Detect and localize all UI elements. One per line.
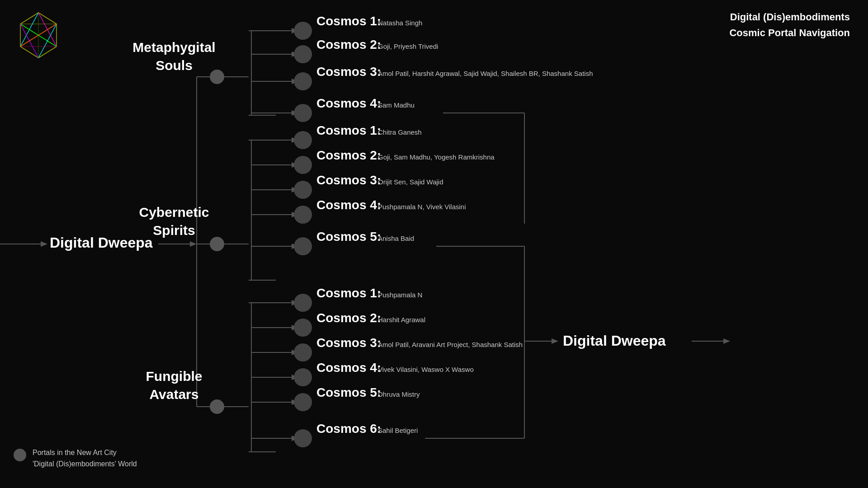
svg-point-74 bbox=[294, 343, 312, 361]
svg-point-22 bbox=[210, 237, 224, 251]
cs-cosmos1-label: Cosmos 1: bbox=[316, 123, 381, 137]
cs-cosmos5-artists: Anisha Baid bbox=[378, 235, 414, 242]
branch1-label2: Souls bbox=[156, 58, 193, 73]
fa-cosmos1-label: Cosmos 1: bbox=[316, 286, 381, 300]
svg-point-77 bbox=[294, 368, 312, 386]
svg-point-68 bbox=[294, 294, 312, 312]
fa-cosmos4-artists: Vivek Vilasini, Waswo X Waswo bbox=[378, 366, 474, 373]
svg-point-83 bbox=[294, 429, 312, 447]
svg-point-35 bbox=[294, 45, 312, 63]
svg-point-25 bbox=[210, 399, 224, 414]
svg-point-58 bbox=[294, 206, 312, 224]
m-cosmos4-artists: Sam Madhu bbox=[378, 101, 415, 109]
cs-cosmos2-artists: Goji, Sam Madhu, Yogesh Ramkrishna bbox=[378, 153, 495, 161]
svg-marker-87 bbox=[552, 338, 558, 344]
right-node-label: Digital Dweepa bbox=[563, 333, 666, 349]
fa-cosmos2-artists: Harshit Agrawal bbox=[378, 316, 425, 324]
m-cosmos1-artists: Natasha Singh bbox=[378, 19, 422, 27]
left-node-label: Digital Dweepa bbox=[50, 235, 153, 251]
svg-marker-16 bbox=[190, 241, 197, 247]
svg-marker-14 bbox=[41, 241, 47, 247]
svg-point-71 bbox=[294, 319, 312, 337]
svg-point-49 bbox=[294, 131, 312, 149]
cs-cosmos5-label: Cosmos 5: bbox=[316, 230, 381, 244]
fa-cosmos5-label: Cosmos 5: bbox=[316, 385, 381, 399]
svg-point-55 bbox=[294, 181, 312, 199]
fa-cosmos6-artists: Sahil Betigeri bbox=[378, 427, 418, 434]
fa-cosmos6-label: Cosmos 6: bbox=[316, 422, 381, 436]
m-cosmos2-artists: Goji, Priyesh Trivedi bbox=[378, 42, 438, 50]
fa-cosmos3-artists: Amol Patil, Aravani Art Project, Shashan… bbox=[378, 341, 523, 348]
branch2-label2: Spirits bbox=[153, 223, 195, 238]
fa-cosmos5-artists: Dhruva Mistry bbox=[378, 390, 420, 398]
m-cosmos3-label: Cosmos 3: bbox=[316, 65, 381, 79]
svg-point-80 bbox=[294, 393, 312, 411]
m-cosmos4-label: Cosmos 4: bbox=[316, 96, 381, 110]
branch2-label: Cybernetic bbox=[139, 205, 209, 220]
svg-point-52 bbox=[294, 156, 312, 174]
m-cosmos1-label: Cosmos 1: bbox=[316, 14, 381, 28]
fa-cosmos1-artists: Pushpamala N bbox=[378, 291, 422, 299]
svg-point-41 bbox=[294, 104, 312, 122]
svg-marker-89 bbox=[723, 338, 730, 344]
svg-point-38 bbox=[294, 72, 312, 90]
cs-cosmos3-label: Cosmos 3: bbox=[316, 173, 381, 187]
fa-cosmos3-label: Cosmos 3: bbox=[316, 336, 381, 350]
svg-point-32 bbox=[294, 22, 312, 40]
svg-point-19 bbox=[210, 70, 224, 84]
cs-cosmos2-label: Cosmos 2: bbox=[316, 148, 381, 162]
fa-cosmos4-label: Cosmos 4: bbox=[316, 361, 381, 375]
m-cosmos2-label: Cosmos 2: bbox=[316, 38, 381, 52]
cs-cosmos4-artists: Pushpamala N, Vivek Vilasini bbox=[378, 203, 466, 211]
cs-cosmos3-artists: Orijit Sen, Sajid Wajid bbox=[378, 178, 443, 186]
m-cosmos3-artists: Amol Patil, Harshit Agrawal, Sajid Wajid… bbox=[378, 70, 593, 77]
branch3-label2: Avatars bbox=[150, 387, 199, 402]
cs-cosmos4-label: Cosmos 4: bbox=[316, 198, 381, 212]
branch3-label: Fungible bbox=[146, 369, 203, 384]
diagram: Digital Dweepa Metaphygital Souls Cosmos… bbox=[0, 0, 868, 488]
svg-point-61 bbox=[294, 237, 312, 255]
branch1-label: Metaphygital bbox=[132, 40, 215, 55]
cs-cosmos1-artists: Chitra Ganesh bbox=[378, 128, 422, 136]
fa-cosmos2-label: Cosmos 2: bbox=[316, 311, 381, 325]
